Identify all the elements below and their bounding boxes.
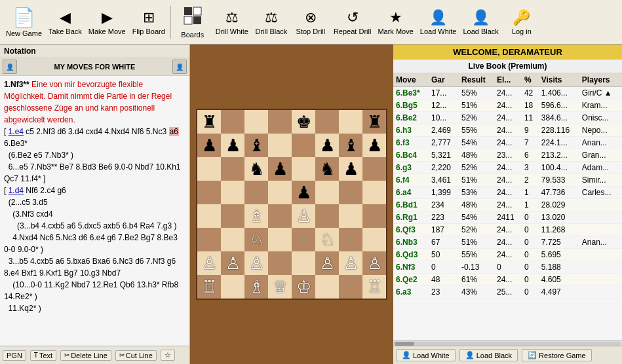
square-d4[interactable]: [268, 204, 292, 228]
hscroll-thumb[interactable]: [395, 342, 414, 346]
square-g5[interactable]: [339, 181, 362, 204]
new-game-button[interactable]: 📄 New Game: [3, 5, 45, 39]
piece-P-e4[interactable]: ♙: [296, 208, 311, 225]
log-in-button[interactable]: 🔑 Log in: [502, 7, 541, 37]
text-button[interactable]: T Text: [30, 350, 56, 361]
square-c3[interactable]: ♘: [244, 228, 268, 251]
square-g1[interactable]: [339, 275, 362, 299]
square-e7[interactable]: [292, 134, 315, 157]
square-f5[interactable]: [315, 181, 339, 204]
square-c8[interactable]: [244, 110, 268, 134]
square-f6[interactable]: ♞: [315, 157, 339, 181]
piece-P-c2[interactable]: ♙: [249, 255, 264, 272]
table-row[interactable]: 6.f3 2,777 54% 24... 7 224.1... Anan...: [393, 137, 622, 149]
cut-line-button[interactable]: ✂ Cut Line: [115, 350, 157, 361]
square-a5[interactable]: [197, 181, 221, 204]
square-c2[interactable]: ♙: [244, 251, 268, 275]
notation-content[interactable]: 1.Nf3** Eine von mir bevorzugte flexible…: [0, 76, 189, 346]
mark-move-button[interactable]: ★ Mark Move: [374, 7, 416, 37]
square-g2[interactable]: ♙: [339, 251, 362, 275]
square-c5[interactable]: [244, 181, 268, 204]
piece-p-a7[interactable]: ♟: [202, 137, 217, 154]
load-white-button[interactable]: 👤 Load White: [417, 7, 460, 37]
square-b4[interactable]: [221, 204, 244, 228]
hscroll-track[interactable]: [395, 342, 621, 346]
square-f3[interactable]: ♘: [315, 228, 339, 251]
square-h3[interactable]: [362, 228, 386, 251]
piece-n-f6[interactable]: ♞: [320, 160, 335, 177]
square-h6[interactable]: [362, 157, 386, 181]
square-d7[interactable]: [268, 134, 292, 157]
table-row[interactable]: 6.a4 1,399 53% 24... 1 47.736 Carles...: [393, 187, 622, 199]
square-h1[interactable]: ♖: [362, 275, 386, 299]
piece-r-a8[interactable]: ♜: [202, 113, 217, 130]
square-f8[interactable]: [315, 110, 339, 134]
square-b7[interactable]: ♟: [221, 134, 244, 157]
piece-Q-d1[interactable]: ♕: [273, 278, 288, 295]
square-g6[interactable]: ♟: [339, 157, 362, 181]
piece-P-b2[interactable]: ♙: [225, 255, 241, 272]
square-d2[interactable]: [268, 251, 292, 275]
square-h5[interactable]: [362, 181, 386, 204]
table-row[interactable]: 6.Qd3 50 55% 24... 0 5.695: [393, 249, 622, 261]
square-f7[interactable]: ♟: [315, 134, 339, 157]
table-row[interactable]: 6.h3 2,469 55% 24... 9 228.116 Nepo...: [393, 124, 622, 137]
square-h7[interactable]: ♟: [362, 134, 386, 157]
repeat-drill-button[interactable]: ↺ Repeat Drill: [330, 7, 374, 37]
piece-b-g7[interactable]: ♝: [343, 137, 359, 154]
piece-R-h1[interactable]: ♖: [367, 278, 382, 295]
drill-black-button[interactable]: ⚖ Drill Black: [252, 7, 291, 37]
square-a1[interactable]: ♖: [197, 275, 221, 299]
boards-button[interactable]: Boards: [173, 4, 212, 41]
piece-k-e8[interactable]: ♚: [296, 113, 311, 130]
table-row[interactable]: 6.Qe2 48 61% 24... 0 4.605: [393, 274, 622, 286]
drill-white-button[interactable]: ⚖ Drill White: [212, 7, 252, 37]
piece-N-c3[interactable]: ♘: [249, 231, 264, 248]
piece-P-a2[interactable]: ♙: [202, 255, 217, 272]
horizontal-scrollbar[interactable]: [393, 340, 622, 346]
livebook-table[interactable]: Move Gar Result El... % Visits Players 6…: [393, 73, 622, 340]
square-b1[interactable]: [221, 275, 244, 299]
square-c7[interactable]: ♝: [244, 134, 268, 157]
square-a6[interactable]: [197, 157, 221, 181]
square-e6[interactable]: [292, 157, 315, 181]
piece-K-e1[interactable]: ♔: [296, 278, 311, 295]
square-e5[interactable]: ♟: [292, 181, 315, 204]
table-row[interactable]: 6.Rg1 223 54% 2411 0 13.020: [393, 211, 622, 224]
square-d5[interactable]: [268, 181, 292, 204]
livebook-load-black-button[interactable]: 👤 Load Black: [459, 349, 518, 361]
square-a4[interactable]: [197, 204, 221, 228]
piece-P-h2[interactable]: ♙: [367, 255, 382, 272]
delete-line-button[interactable]: ✂ Delete Line: [60, 350, 111, 361]
square-e1[interactable]: ♔: [292, 275, 315, 299]
stop-drill-button[interactable]: ⊗ Stop Drill: [291, 7, 330, 37]
piece-p-d6[interactable]: ♟: [273, 160, 288, 177]
piece-p-f7[interactable]: ♟: [320, 137, 335, 154]
square-c4[interactable]: ♗: [244, 204, 268, 228]
table-row[interactable]: 6.f4 3,461 51% 24... 2 79.533 Simir...: [393, 174, 622, 187]
load-black-button[interactable]: 👤 Load Black: [459, 7, 501, 37]
table-row[interactable]: 6.a3 23 43% 25... 0 4.497: [393, 286, 622, 299]
piece-r-h8[interactable]: ♜: [367, 113, 382, 130]
piece-p-b7[interactable]: ♟: [225, 137, 241, 154]
table-row[interactable]: 6.Nf3 0 -0.13 0 0 5.188: [393, 261, 622, 274]
table-row[interactable]: 6.g3 2,220 52% 24... 3 100.4... Adam...: [393, 162, 622, 174]
table-row[interactable]: 6.Bg5 12... 51% 24... 18 596.6... Kram..…: [393, 100, 622, 112]
piece-P-g2[interactable]: ♙: [343, 255, 359, 272]
square-a2[interactable]: ♙: [197, 251, 221, 275]
square-b3[interactable]: [221, 228, 244, 251]
square-d3[interactable]: [268, 228, 292, 251]
square-e4[interactable]: ♙: [292, 204, 315, 228]
square-d6[interactable]: ♟: [268, 157, 292, 181]
chess-board[interactable]: ♜♚♜♟♟♝♟♝♟♞♟♞♟♟♗♙♘♘♙♙♙♙♙♙♖♗♕♔♖: [196, 109, 387, 300]
square-f2[interactable]: ♙: [315, 251, 339, 275]
square-b6[interactable]: [221, 157, 244, 181]
table-row[interactable]: 6.Bd1 234 48% 24... 1 28.029: [393, 199, 622, 211]
square-h4[interactable]: [362, 204, 386, 228]
table-row[interactable]: 6.Be3* 17... 55% 24... 42 1.406... Giri/…: [393, 87, 622, 100]
square-b5[interactable]: [221, 181, 244, 204]
restore-game-button[interactable]: 🔄 Restore Game: [522, 349, 592, 361]
square-g8[interactable]: [339, 110, 362, 134]
piece-N-f3[interactable]: ♘: [320, 231, 335, 248]
piece-P-f2[interactable]: ♙: [320, 255, 335, 272]
